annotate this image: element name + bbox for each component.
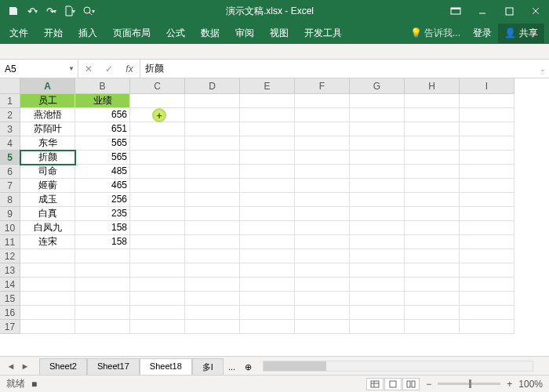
cell[interactable] (350, 306, 405, 320)
cell[interactable] (130, 136, 185, 151)
cell[interactable] (460, 179, 514, 193)
cell[interactable] (295, 179, 350, 193)
cell[interactable] (240, 306, 295, 320)
cell[interactable] (130, 306, 185, 320)
cell[interactable]: 折颜 (20, 151, 75, 165)
cell[interactable] (240, 207, 295, 221)
tab-review[interactable]: 审阅 (227, 22, 262, 44)
cell[interactable] (185, 221, 240, 235)
scrollbar-thumb[interactable] (264, 361, 326, 371)
tab-formulas[interactable]: 公式 (158, 22, 193, 44)
cell[interactable] (295, 108, 350, 122)
col-header[interactable]: E (240, 78, 295, 94)
sheet-more[interactable]: ... (224, 360, 240, 374)
redo-icon[interactable]: ↷▾ (42, 2, 60, 20)
cell[interactable]: 成玉 (20, 193, 75, 207)
cell[interactable] (460, 221, 514, 235)
cell[interactable] (460, 136, 514, 151)
cell[interactable] (460, 292, 514, 306)
cell[interactable] (130, 235, 185, 249)
select-all-corner[interactable] (0, 78, 20, 94)
row-header[interactable]: 10 (0, 221, 20, 235)
row-header[interactable]: 1 (0, 94, 20, 108)
cell[interactable] (350, 278, 405, 292)
cell[interactable] (240, 108, 295, 122)
row-header[interactable]: 13 (0, 263, 20, 278)
cell[interactable] (295, 221, 350, 235)
row-header[interactable]: 15 (0, 292, 20, 306)
cell[interactable] (460, 108, 514, 122)
col-header[interactable]: F (295, 78, 350, 94)
row-header[interactable]: 5 (0, 151, 20, 165)
formula-box[interactable]: ⌄ (140, 60, 549, 78)
cell[interactable] (20, 306, 75, 320)
row-header[interactable]: 4 (0, 136, 20, 151)
cell[interactable] (130, 221, 185, 235)
cell[interactable] (405, 292, 460, 306)
cell[interactable] (185, 235, 240, 249)
maximize-button[interactable] (496, 0, 522, 22)
cell[interactable] (405, 320, 460, 334)
cell[interactable] (20, 292, 75, 306)
view-page-break[interactable] (402, 378, 420, 390)
cell[interactable] (350, 221, 405, 235)
cell[interactable] (405, 122, 460, 136)
cell[interactable] (295, 122, 350, 136)
cell[interactable] (185, 207, 240, 221)
cell[interactable] (20, 320, 75, 334)
col-header[interactable]: I (460, 78, 514, 94)
row-header[interactable]: 3 (0, 122, 20, 136)
print-preview-icon[interactable]: ▾ (80, 2, 97, 20)
cell[interactable] (295, 235, 350, 249)
cell[interactable] (295, 136, 350, 151)
close-button[interactable] (522, 0, 549, 22)
zoom-slider[interactable] (438, 383, 500, 385)
cell[interactable] (295, 292, 350, 306)
cell[interactable]: 656 (75, 108, 130, 122)
horizontal-scrollbar[interactable] (263, 361, 533, 372)
cell[interactable] (350, 320, 405, 334)
cell[interactable] (185, 278, 240, 292)
cell[interactable] (405, 221, 460, 235)
cell[interactable] (460, 94, 514, 108)
col-header[interactable]: H (405, 78, 460, 94)
cell[interactable]: 235 (75, 207, 130, 221)
cell[interactable] (350, 292, 405, 306)
cell[interactable] (185, 193, 240, 207)
cell[interactable] (130, 151, 185, 165)
cell[interactable] (350, 249, 405, 263)
cell[interactable] (130, 179, 185, 193)
tab-data[interactable]: 数据 (193, 22, 227, 44)
cell[interactable] (350, 193, 405, 207)
col-header[interactable]: C (130, 78, 185, 94)
cell[interactable] (240, 122, 295, 136)
row-header[interactable]: 14 (0, 278, 20, 292)
cell[interactable] (130, 165, 185, 179)
cell[interactable] (460, 306, 514, 320)
cell[interactable] (350, 122, 405, 136)
cell[interactable] (295, 320, 350, 334)
cell[interactable] (295, 94, 350, 108)
cell[interactable] (130, 320, 185, 334)
cell[interactable] (240, 278, 295, 292)
cell[interactable] (20, 263, 75, 278)
cell[interactable] (460, 151, 514, 165)
macro-record-icon[interactable]: ■ (31, 379, 37, 390)
cell[interactable]: 苏陌叶 (20, 122, 75, 136)
cell[interactable] (405, 165, 460, 179)
cell[interactable] (405, 94, 460, 108)
row-header[interactable]: 11 (0, 235, 20, 249)
row-header[interactable]: 12 (0, 249, 20, 263)
cell[interactable]: 东华 (20, 136, 75, 151)
tab-view[interactable]: 视图 (262, 22, 296, 44)
cell[interactable]: 565 (75, 151, 130, 165)
cell[interactable] (405, 249, 460, 263)
zoom-in[interactable]: + (507, 379, 512, 390)
cell[interactable] (350, 151, 405, 165)
cell[interactable] (240, 136, 295, 151)
cell[interactable] (185, 165, 240, 179)
cancel-icon[interactable]: ✕ (78, 64, 99, 74)
save-icon[interactable] (5, 2, 22, 20)
cell[interactable] (295, 207, 350, 221)
cell[interactable] (185, 179, 240, 193)
